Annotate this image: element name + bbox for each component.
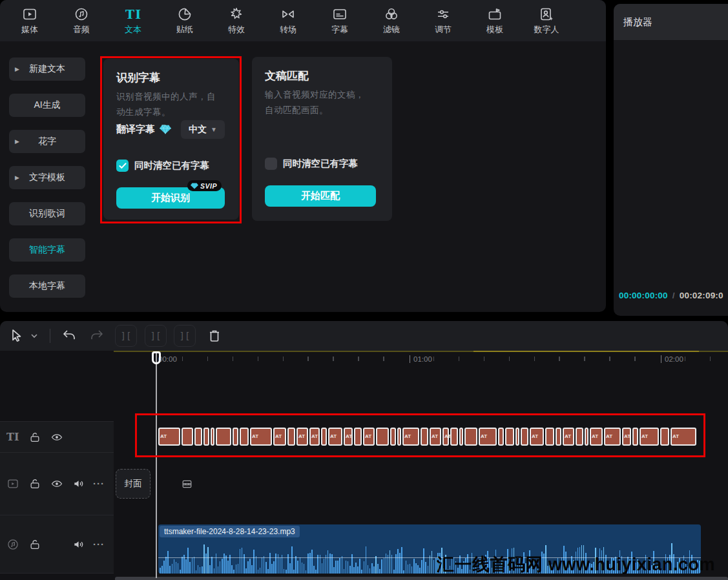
lock-icon[interactable]: [28, 538, 41, 551]
subtitle-clip[interactable]: [194, 428, 202, 446]
sidebar-item-smart-subtitles[interactable]: 智能字幕: [9, 238, 85, 262]
subtitle-clip[interactable]: [521, 428, 528, 446]
subtitle-clip[interactable]: [498, 428, 504, 446]
subtitle-clip[interactable]: [240, 428, 249, 446]
toolbar-item-filter[interactable]: 滤镜: [366, 6, 417, 36]
waveform-bar: [165, 557, 167, 574]
subtitle-clip[interactable]: AT: [402, 428, 419, 446]
subtitle-clip[interactable]: [464, 428, 477, 446]
language-dropdown[interactable]: 中文 ▼: [181, 120, 225, 139]
playhead-handle[interactable]: [152, 351, 161, 364]
subtitle-clip[interactable]: AT: [622, 428, 631, 446]
subtitle-clip[interactable]: AT: [604, 428, 621, 446]
subtitle-clip[interactable]: AT: [479, 428, 497, 446]
subtitle-clip[interactable]: [216, 428, 231, 446]
toolbar-item-label: 模板: [469, 24, 521, 36]
sidebar-item-recognize-lyrics[interactable]: 识别歌词: [9, 202, 85, 225]
toolbar-item-media[interactable]: 媒体: [4, 6, 56, 36]
toolbar-item-digital-human[interactable]: 数字人: [521, 6, 572, 36]
timeline-ruler[interactable]: 00:0001:0002:00: [114, 351, 728, 369]
film-clip-icon[interactable]: [181, 478, 193, 490]
subtitle-clip[interactable]: [287, 428, 295, 446]
subtitle-clip[interactable]: AT: [430, 428, 441, 446]
more-options-icon[interactable]: ···: [93, 538, 106, 551]
text-clip-icon: AT: [275, 433, 282, 439]
lock-icon[interactable]: [28, 477, 41, 490]
cover-button[interactable]: 封面: [116, 469, 151, 499]
speaker-icon[interactable]: [72, 477, 85, 490]
subtitle-clip[interactable]: [421, 428, 428, 446]
sidebar-item-fancy-text[interactable]: ▶花字: [9, 130, 85, 153]
subtitle-clip[interactable]: [459, 428, 463, 446]
subtitle-clip[interactable]: [632, 428, 638, 446]
toolbar-item-template[interactable]: 模板: [469, 6, 521, 36]
lock-icon[interactable]: [28, 431, 41, 444]
waveform-bar: [258, 570, 259, 574]
toolbar-item-adjust[interactable]: 调节: [417, 6, 469, 36]
ruler-tick: [307, 357, 309, 361]
ruler-top-line-bright: [473, 351, 699, 352]
subtitle-clip[interactable]: [397, 428, 401, 446]
split-keep-left-icon[interactable]: ][: [145, 325, 167, 347]
redo-icon[interactable]: [89, 328, 105, 344]
toolbar-item-audio[interactable]: 音频: [56, 6, 107, 36]
subtitle-clip[interactable]: [556, 428, 561, 446]
toolbar-item-sticker[interactable]: 贴纸: [159, 6, 211, 36]
player-header: 播放器: [614, 4, 728, 40]
sidebar-item-ai-generate[interactable]: AI生成: [9, 94, 85, 117]
sidebar-item-text-template[interactable]: ▶文字模板: [9, 166, 85, 189]
subtitle-clip[interactable]: AT: [309, 428, 320, 446]
subtitle-clip[interactable]: AT: [363, 428, 375, 446]
more-options-icon[interactable]: ···: [93, 477, 106, 490]
select-cursor-icon[interactable]: [9, 328, 25, 344]
subtitle-clip[interactable]: AT: [158, 428, 180, 446]
subtitle-clip[interactable]: [376, 428, 389, 446]
sidebar-item-new-text[interactable]: ▶新建文本: [9, 57, 85, 81]
sidebar-item-local-subtitles[interactable]: 本地字幕: [9, 274, 85, 298]
subtitle-clip[interactable]: AT: [590, 428, 603, 446]
subtitle-clip[interactable]: [450, 428, 458, 446]
toolbar-item-text[interactable]: TI文本: [107, 6, 159, 36]
delete-icon[interactable]: [207, 328, 222, 344]
subtitle-clip[interactable]: [203, 428, 209, 446]
subtitle-clip[interactable]: AT: [563, 428, 574, 446]
split-keep-right-icon[interactable]: ][: [174, 325, 196, 347]
subtitle-clip[interactable]: [182, 428, 193, 446]
subtitle-clip[interactable]: AT: [671, 428, 696, 446]
clear-subtitles-checkbox[interactable]: [265, 158, 277, 170]
horizontal-scrollbar[interactable]: [115, 577, 728, 580]
toolbar-item-subtitle[interactable]: 字幕: [314, 6, 366, 36]
eye-icon[interactable]: [50, 477, 63, 490]
subtitle-clip[interactable]: [515, 428, 519, 446]
subtitle-clip[interactable]: [585, 428, 588, 446]
toolbar-item-effects[interactable]: 特效: [211, 6, 262, 36]
ruler-tick: [383, 357, 384, 361]
subtitle-clip[interactable]: [321, 428, 327, 446]
subtitle-clip[interactable]: [233, 428, 238, 446]
subtitle-clip[interactable]: AT: [344, 428, 353, 446]
subtitle-clip[interactable]: [660, 428, 669, 446]
subtitle-clip[interactable]: [211, 428, 214, 446]
waveform-bar: [207, 547, 209, 574]
subtitle-clip[interactable]: AT: [328, 428, 342, 446]
subtitle-clip[interactable]: AT: [273, 428, 286, 446]
subtitle-clip[interactable]: [390, 428, 396, 446]
text-clip-icon: AT: [481, 433, 487, 439]
subtitle-clip[interactable]: [505, 428, 514, 446]
speaker-icon[interactable]: [72, 538, 85, 551]
toolbar-item-transition[interactable]: 转场: [262, 6, 314, 36]
eye-icon[interactable]: [50, 431, 63, 444]
cursor-menu-chevron-icon[interactable]: [30, 331, 39, 340]
start-match-button[interactable]: 开始匹配: [265, 185, 376, 207]
subtitle-clip[interactable]: AT: [250, 428, 272, 446]
subtitle-clip[interactable]: AT: [442, 428, 449, 446]
split-clip-icon[interactable]: ][: [115, 325, 137, 347]
subtitle-clip[interactable]: [545, 428, 554, 446]
subtitle-clip[interactable]: AT: [530, 428, 544, 446]
undo-icon[interactable]: [61, 328, 77, 344]
subtitle-clip[interactable]: AT: [296, 428, 308, 446]
subtitle-clip[interactable]: [576, 428, 583, 446]
clear-subtitles-checkbox[interactable]: [116, 160, 129, 172]
subtitle-clip[interactable]: [354, 428, 362, 446]
subtitle-clip[interactable]: AT: [640, 428, 659, 446]
